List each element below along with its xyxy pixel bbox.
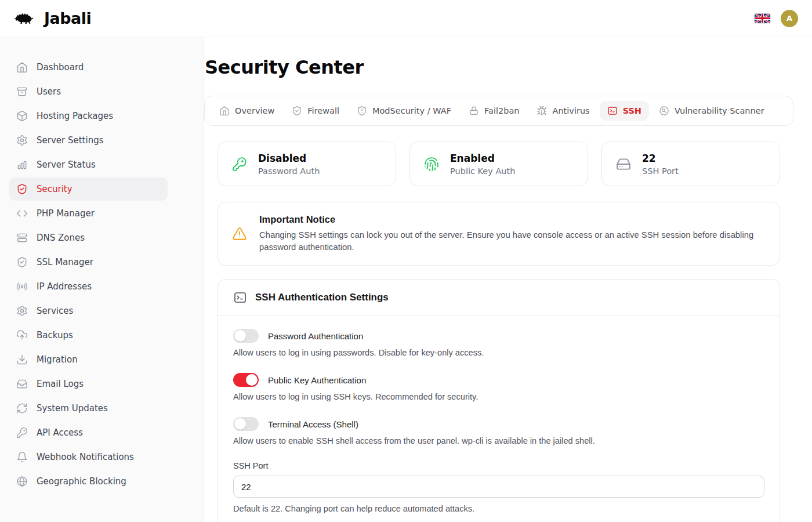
sidebar-item-geographic-blocking[interactable]: Geographic Blocking bbox=[9, 470, 168, 493]
ssh-port-help: Default is 22. Changing port can help re… bbox=[233, 504, 764, 513]
sidebar-item-label: DNS Zones bbox=[37, 233, 85, 243]
sidebar-item-dns-zones[interactable]: DNS Zones bbox=[9, 226, 168, 249]
sidebar-item-system-updates[interactable]: System Updates bbox=[9, 397, 168, 420]
toggle-description: Allow users to enable SSH shell access f… bbox=[233, 436, 764, 445]
tab-label: Firewall bbox=[307, 106, 339, 115]
download-icon bbox=[16, 354, 28, 365]
warning-triangle-icon bbox=[232, 226, 247, 241]
notice-body: Changing SSH settings can lock you out o… bbox=[259, 229, 766, 253]
sidebar-item-label: Users bbox=[37, 86, 61, 97]
package-icon bbox=[16, 110, 28, 122]
sidebar-item-label: Dashboard bbox=[37, 62, 84, 72]
sidebar-item-security[interactable]: Security bbox=[9, 177, 168, 201]
terminal-access-toggle[interactable] bbox=[233, 417, 259, 431]
status-card-ssh-port: 22 SSH Port bbox=[601, 142, 780, 186]
ssh-port-input[interactable] bbox=[233, 476, 764, 498]
toggle-description: Allow users to log in using passwords. D… bbox=[233, 348, 764, 357]
status-card-public-key-auth: Enabled Public Key Auth bbox=[409, 142, 588, 186]
important-notice: Important Notice Changing SSH settings c… bbox=[217, 202, 780, 266]
status-label: Password Auth bbox=[258, 166, 320, 176]
hard-drive-icon bbox=[616, 157, 631, 172]
sidebar-item-backups[interactable]: Backups bbox=[9, 324, 168, 347]
tab-modsecurity-waf[interactable]: ModSecurity / WAF bbox=[349, 101, 459, 121]
panel-header: SSH Authentication Settings bbox=[218, 280, 780, 316]
terminal-icon bbox=[233, 291, 247, 304]
sidebar-item-users[interactable]: Users bbox=[9, 80, 168, 103]
gear-icon bbox=[16, 135, 28, 146]
public-key-auth-toggle[interactable] bbox=[233, 373, 259, 387]
lock-icon bbox=[469, 106, 479, 116]
sidebar-item-label: Services bbox=[37, 306, 73, 316]
archive-icon bbox=[16, 86, 28, 97]
sidebar-item-label: Backups bbox=[37, 330, 73, 340]
tab-label: Vulnerability Scanner bbox=[675, 106, 764, 115]
toggle-label: Password Authentication bbox=[268, 331, 363, 341]
shield-check-icon bbox=[16, 256, 28, 268]
sidebar-item-label: SSL Manager bbox=[37, 257, 93, 267]
sidebar-item-email-logs[interactable]: Email Logs bbox=[9, 372, 168, 396]
boar-icon bbox=[13, 9, 39, 28]
sidebar-item-label: Server Status bbox=[37, 160, 96, 170]
terminal-icon bbox=[607, 106, 618, 116]
sidebar-item-label: Server Settings bbox=[37, 135, 103, 146]
tab-label: Fail2ban bbox=[484, 106, 519, 115]
key-icon bbox=[232, 157, 247, 172]
public-key-auth-row: Public Key Authentication bbox=[233, 373, 764, 387]
page-title: Security Center bbox=[205, 56, 793, 78]
tab-antivirus[interactable]: Antivirus bbox=[529, 101, 597, 121]
tab-label: Overview bbox=[235, 106, 274, 115]
brand-name: Jabali bbox=[44, 9, 91, 27]
tab-fail2ban[interactable]: Fail2ban bbox=[461, 101, 527, 121]
sidebar-item-dashboard[interactable]: Dashboard bbox=[9, 56, 168, 79]
status-card-password-auth: Disabled Password Auth bbox=[217, 142, 396, 186]
tab-overview[interactable]: Overview bbox=[212, 101, 282, 121]
cloud-upload-icon bbox=[16, 329, 28, 341]
security-tabs: Overview Firewall ModSecurity / WAF Fail… bbox=[204, 96, 793, 126]
top-right-controls: A bbox=[755, 10, 798, 27]
shield-check-icon bbox=[292, 106, 302, 116]
tab-firewall[interactable]: Firewall bbox=[284, 101, 347, 121]
ssh-auth-settings-panel: SSH Authentication Settings Password Aut… bbox=[217, 279, 780, 522]
sidebar-item-label: System Updates bbox=[37, 403, 108, 414]
sidebar-item-php-manager[interactable]: PHP Manager bbox=[9, 202, 168, 225]
status-value: Enabled bbox=[450, 153, 515, 164]
sidebar-item-server-settings[interactable]: Server Settings bbox=[9, 129, 168, 152]
toggle-description: Allow users to log in using SSH keys. Re… bbox=[233, 392, 764, 401]
sidebar-item-migration[interactable]: Migration bbox=[9, 348, 168, 371]
panel-title: SSH Authentication Settings bbox=[255, 292, 389, 303]
sidebar-item-webhook-notifications[interactable]: Webhook Notifications bbox=[9, 445, 168, 469]
status-value: 22 bbox=[642, 153, 679, 164]
notice-title: Important Notice bbox=[259, 214, 766, 225]
inbox-icon bbox=[16, 378, 28, 390]
server-icon bbox=[16, 232, 28, 244]
sidebar-item-label: Security bbox=[37, 184, 72, 194]
radio-waves-icon bbox=[16, 281, 28, 292]
sidebar-item-server-status[interactable]: Server Status bbox=[9, 153, 168, 176]
sidebar-item-ssl-manager[interactable]: SSL Manager bbox=[9, 251, 168, 274]
sidebar: Dashboard Users Hosting Packages Server … bbox=[0, 37, 204, 522]
password-auth-toggle[interactable] bbox=[233, 329, 259, 343]
shield-check-icon bbox=[16, 183, 28, 195]
scanner-icon bbox=[659, 106, 669, 116]
sidebar-item-api-access[interactable]: API Access bbox=[9, 421, 168, 444]
shield-alert-icon bbox=[357, 106, 367, 116]
sidebar-item-services[interactable]: Services bbox=[9, 299, 168, 322]
status-cards: Disabled Password Auth Enabled Public Ke… bbox=[217, 142, 780, 186]
sidebar-item-ip-addresses[interactable]: IP Addresses bbox=[9, 275, 168, 298]
panel-body: Password Authentication Allow users to l… bbox=[218, 316, 780, 522]
avatar[interactable]: A bbox=[781, 10, 798, 27]
sidebar-item-label: Hosting Packages bbox=[37, 111, 113, 121]
fingerprint-icon bbox=[424, 157, 439, 172]
sidebar-item-hosting-packages[interactable]: Hosting Packages bbox=[9, 104, 168, 128]
tab-label: SSH bbox=[623, 106, 641, 115]
tab-vulnerability-scanner[interactable]: Vulnerability Scanner bbox=[651, 101, 772, 121]
tab-ssh[interactable]: SSH bbox=[600, 101, 649, 121]
brand-logo[interactable]: Jabali bbox=[13, 9, 91, 28]
sidebar-item-label: Email Logs bbox=[37, 379, 84, 389]
uk-flag-icon[interactable] bbox=[755, 13, 770, 23]
main-content: Security Center Overview Firewall ModSec… bbox=[204, 37, 812, 522]
sidebar-item-label: PHP Manager bbox=[37, 208, 95, 219]
toggle-label: Terminal Access (Shell) bbox=[268, 419, 358, 429]
tab-label: ModSecurity / WAF bbox=[372, 106, 451, 115]
status-label: Public Key Auth bbox=[450, 166, 515, 176]
